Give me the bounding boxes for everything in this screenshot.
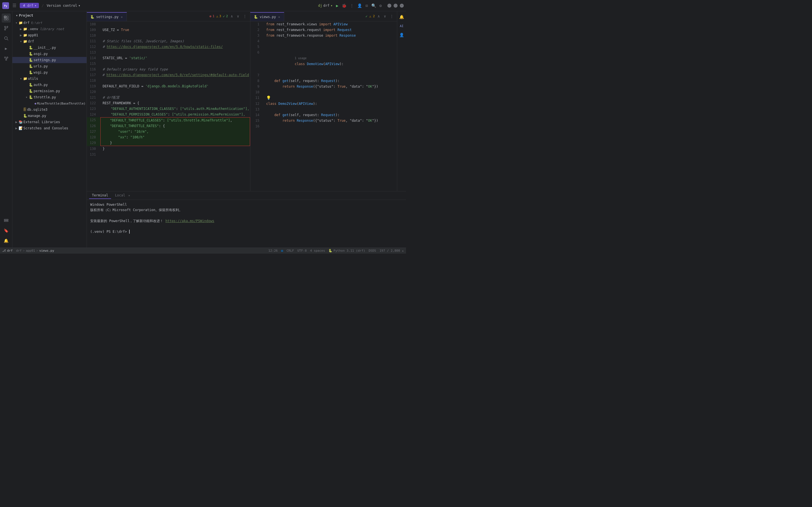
terminal-area: Terminal Local ✕ Windows PowerShell 版权所有…: [87, 191, 406, 247]
svg-point-6: [4, 26, 6, 27]
tree-item-venv[interactable]: ▶ 📁 .venv library root: [12, 26, 87, 32]
tree-item-drf-folder[interactable]: ▾ 📁 drf: [12, 38, 87, 45]
tab-views-py[interactable]: 🐍 views.py ✕: [250, 12, 284, 21]
powershell-link[interactable]: https://aka.ms/PSWindows: [165, 219, 214, 223]
check-indicator: ✓ 2: [223, 14, 228, 18]
tree-item-scratches[interactable]: ▶ 📝 Scratches and Consoles: [12, 125, 87, 131]
more-btn[interactable]: ⋮: [242, 13, 248, 19]
right-icon-ai[interactable]: AI: [398, 22, 405, 29]
translate-btn[interactable]: ⊡: [365, 3, 368, 8]
activity-search[interactable]: [2, 34, 11, 43]
terminal-prompt-line: (.venv) PS E:\drf>: [90, 229, 402, 234]
close-btn[interactable]: ✕: [400, 4, 404, 8]
right-tool-icons: 🔔 AI 👤: [397, 11, 406, 191]
scratches-icon: 📝: [18, 126, 23, 130]
dsds-label: DSDS: [369, 249, 376, 252]
tree-item-manage[interactable]: 🐍 manage.py: [12, 113, 87, 119]
local-tab-close[interactable]: ✕: [128, 194, 130, 197]
terminal-tab-local[interactable]: Local ✕: [112, 192, 133, 199]
tab-settings-py[interactable]: 🐍 settings.py ✕: [87, 12, 127, 21]
tree-arrow-icon: ▶: [15, 126, 18, 130]
tree-item-utils[interactable]: ▾ 📁 utils: [12, 75, 87, 82]
tree-item-minethrottle[interactable]: ◆ MineThrottle(BaseThrottle): [12, 100, 87, 107]
tree-item-asgi[interactable]: 🐍 asgi.py: [12, 51, 87, 57]
right-code-editor[interactable]: 1 from rest_framework.views import APIVi…: [250, 21, 397, 191]
right-icon-notifications[interactable]: 🔔: [398, 13, 405, 20]
tree-item-throttle[interactable]: ▾ 🐍 throttle.py: [12, 94, 87, 100]
left-code-editor[interactable]: 108 109 USE_TZ = True 110: [87, 21, 250, 191]
tree-item-drf-root[interactable]: ▾ 📁 drf E:\drf: [12, 20, 87, 26]
tree-label-wsgi: wsgi.py: [34, 70, 48, 74]
tab-close-btn[interactable]: ✕: [278, 15, 281, 19]
activity-bookmarks[interactable]: 🔖: [2, 226, 11, 235]
tree-item-settings[interactable]: 🐍 settings.py: [12, 57, 87, 63]
terminal-tab-label: Terminal: [92, 193, 108, 197]
search-btn[interactable]: 🔍: [371, 3, 376, 8]
folder-icon: 📁: [23, 33, 28, 37]
profile-btn[interactable]: 👤: [357, 3, 362, 8]
activity-layers[interactable]: [2, 216, 11, 225]
tree-item-urls[interactable]: 🐍 urls.py: [12, 63, 87, 69]
more-actions-btn[interactable]: ⋮: [350, 3, 354, 8]
left-editor-header: 🐍 settings.py ✕ ⊗ 1 ⚠ 3: [87, 11, 250, 21]
version-control-btn[interactable]: Version control ▾: [47, 4, 80, 8]
tab-close-btn[interactable]: ✕: [120, 15, 123, 19]
hamburger-menu[interactable]: ☰: [11, 2, 17, 9]
tree-item-db[interactable]: 🗄 db.sqlite3: [12, 107, 87, 113]
settings-btn[interactable]: ⚙: [379, 3, 382, 8]
vc-label: Version control: [47, 4, 77, 8]
activity-project[interactable]: [2, 13, 11, 22]
run-btn[interactable]: ▶: [336, 3, 338, 8]
expand-btn[interactable]: ∧: [376, 13, 381, 19]
maximize-btn[interactable]: □: [394, 4, 397, 8]
activity-vcs[interactable]: [2, 24, 11, 33]
tree-label-scratches: Scratches and Consoles: [23, 126, 68, 130]
sidebar-title: Project: [19, 13, 33, 17]
tree-item-init[interactable]: 🐍 __init__.py: [12, 45, 87, 51]
status-python[interactable]: 🐍 Python 3.11 (drf): [328, 249, 365, 253]
sidebar-header[interactable]: ▾ Project: [12, 11, 87, 20]
status-branch[interactable]: ⎇ drf: [2, 249, 13, 252]
tree-arrow-icon: ▶: [19, 27, 22, 31]
svg-rect-5: [6, 18, 8, 20]
activity-git[interactable]: [2, 54, 11, 63]
terminal-content[interactable]: Windows PowerShell 版权所有（C）Microsoft Corp…: [87, 200, 406, 247]
tree-item-permission[interactable]: 🐍 permission.py: [12, 88, 87, 94]
status-encoding[interactable]: UTF-8: [297, 249, 307, 253]
collapse-btn[interactable]: ∨: [383, 13, 387, 19]
activity-run[interactable]: ▶: [2, 44, 11, 53]
project-selector[interactable]: d drf ▾: [20, 3, 39, 8]
tree-label-urls: urls.py: [34, 64, 48, 68]
status-position[interactable]: 197 / 2,800 ▴: [379, 249, 404, 253]
status-breadcrumb[interactable]: drf > app01 > views.py: [16, 249, 54, 252]
status-windows-icon[interactable]: ⊞: [281, 249, 283, 253]
expand-btn[interactable]: ∧: [229, 13, 234, 19]
code-line: 11 💡: [250, 95, 397, 101]
status-indent[interactable]: 4 spaces: [310, 249, 325, 253]
tree-label-path: E:\drf: [31, 21, 43, 25]
activity-notifications[interactable]: 🔔: [2, 236, 11, 245]
tree-arrow-icon: ▶: [15, 120, 18, 124]
status-time[interactable]: 12:26: [268, 249, 278, 253]
svg-text:Py: Py: [4, 4, 7, 7]
minimize-btn[interactable]: —: [387, 4, 391, 8]
tree-item-external-libs[interactable]: ▶ 📚 External Libraries: [12, 119, 87, 125]
breadcrumb-sep2: >: [36, 249, 38, 252]
toolbar: Py ☰ d drf ▾ / Version control ▾ dj drf …: [0, 0, 406, 11]
tree-label-external-libs: External Libraries: [23, 120, 60, 124]
drf-dropdown-arrow[interactable]: ▾: [330, 4, 332, 8]
project-name: drf: [28, 4, 34, 8]
status-crlf[interactable]: CRLF: [286, 249, 294, 253]
tree-item-auth[interactable]: 🐍 auth.py: [12, 82, 87, 88]
more-btn[interactable]: ⋮: [389, 13, 395, 19]
debug-btn[interactable]: 🐞: [342, 3, 346, 8]
right-icon-profile[interactable]: 👤: [398, 32, 405, 38]
terminal-tab-terminal[interactable]: Terminal: [89, 192, 111, 199]
tree-item-wsgi[interactable]: 🐍 wsgi.py: [12, 69, 87, 75]
code-line: 111 # Static files (CSS, JavaScript, Ima…: [87, 38, 250, 44]
folder-icon: 📁: [23, 40, 28, 43]
tree-item-app01[interactable]: ▶ 📁 app01: [12, 32, 87, 38]
status-dsds[interactable]: DSDS: [369, 249, 376, 253]
svg-rect-13: [6, 59, 7, 60]
collapse-btn[interactable]: ∨: [236, 13, 240, 19]
